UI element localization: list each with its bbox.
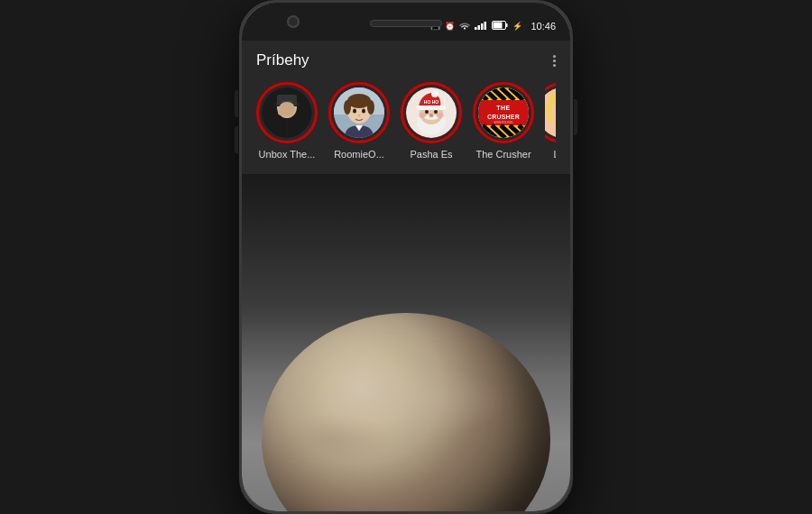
svg-rect-0 bbox=[475, 27, 477, 30]
svg-line-38 bbox=[478, 87, 487, 100]
svg-point-22 bbox=[358, 115, 361, 116]
svg-point-19 bbox=[367, 100, 374, 115]
more-options-button[interactable] bbox=[553, 55, 556, 67]
svg-point-33 bbox=[429, 114, 434, 117]
wifi-icon bbox=[459, 21, 470, 32]
phone-frame: 📳 ⏰ bbox=[239, 0, 573, 514]
power-button[interactable] bbox=[573, 99, 577, 135]
earpiece-speaker bbox=[370, 20, 442, 27]
svg-point-13 bbox=[278, 110, 285, 115]
story-avatar-roomie bbox=[334, 87, 384, 138]
svg-point-29 bbox=[425, 110, 429, 114]
status-time: 10:46 bbox=[531, 21, 556, 32]
phone-screen: 📳 ⏰ bbox=[242, 3, 570, 511]
phone-container: 📳 ⏰ bbox=[239, 0, 573, 514]
signal-icon bbox=[475, 21, 487, 32]
story-name-lele: Lele bbox=[554, 149, 556, 160]
svg-point-27 bbox=[431, 90, 438, 97]
story-avatar-ring-pasha: HO HO bbox=[401, 82, 462, 143]
story-item-roomie[interactable]: RoomieO... bbox=[328, 82, 390, 160]
alarm-icon: ⏰ bbox=[445, 22, 455, 31]
planet-image bbox=[262, 313, 550, 511]
svg-text:CRUSHER: CRUSHER bbox=[487, 114, 520, 120]
front-camera bbox=[287, 15, 300, 28]
svg-point-21 bbox=[362, 109, 365, 114]
svg-point-20 bbox=[353, 109, 356, 114]
charging-icon: ⚡ bbox=[512, 22, 522, 31]
story-avatar-ring-roomie bbox=[328, 82, 390, 143]
main-content-area bbox=[242, 174, 570, 511]
more-dot-3 bbox=[553, 64, 556, 67]
svg-rect-2 bbox=[481, 23, 484, 30]
story-name-pasha: Pasha Es bbox=[410, 149, 452, 160]
story-item-unbox[interactable]: Unbox The... bbox=[256, 82, 318, 160]
svg-rect-1 bbox=[478, 25, 481, 30]
status-icons: 📳 ⏰ bbox=[430, 21, 556, 32]
svg-point-31 bbox=[419, 113, 426, 118]
stories-header: Príbehy bbox=[256, 51, 556, 69]
svg-text:HO HO: HO HO bbox=[424, 99, 439, 105]
svg-text:WRESTLING: WRESTLING bbox=[494, 121, 513, 124]
svg-line-54 bbox=[519, 125, 529, 138]
story-avatar-lele bbox=[545, 87, 556, 138]
svg-point-18 bbox=[344, 100, 351, 115]
story-item-lele[interactable]: Lele bbox=[545, 82, 556, 160]
story-name-crusher: The Crusher bbox=[475, 149, 531, 160]
story-item-pasha[interactable]: HO HO Pasha Es bbox=[401, 82, 462, 160]
stories-list: Unbox The... bbox=[256, 82, 556, 160]
story-avatar-unbox bbox=[262, 87, 312, 138]
more-dot-1 bbox=[553, 55, 556, 58]
svg-rect-26 bbox=[417, 106, 446, 110]
svg-text:THE: THE bbox=[496, 105, 511, 111]
more-dot-2 bbox=[553, 60, 556, 62]
story-avatar-crusher: THE CRUSHER WRESTLING bbox=[478, 87, 529, 138]
story-name-unbox: Unbox The... bbox=[259, 149, 316, 160]
svg-point-32 bbox=[437, 113, 444, 118]
story-avatar-ring-unbox bbox=[256, 82, 318, 143]
stories-title: Príbehy bbox=[256, 51, 309, 69]
story-name-roomie: RoomieO... bbox=[334, 149, 384, 160]
story-avatar-pasha: HO HO bbox=[406, 87, 457, 138]
svg-rect-6 bbox=[506, 23, 508, 27]
stories-section: Príbehy bbox=[242, 41, 570, 174]
story-avatar-ring-lele bbox=[545, 82, 556, 143]
story-avatar-ring-crusher: THE CRUSHER WRESTLING bbox=[473, 82, 534, 143]
battery-icon bbox=[492, 21, 508, 32]
svg-rect-5 bbox=[494, 23, 503, 29]
story-item-crusher[interactable]: THE CRUSHER WRESTLING bbox=[473, 82, 534, 160]
svg-rect-3 bbox=[484, 22, 487, 30]
svg-point-30 bbox=[434, 110, 438, 114]
